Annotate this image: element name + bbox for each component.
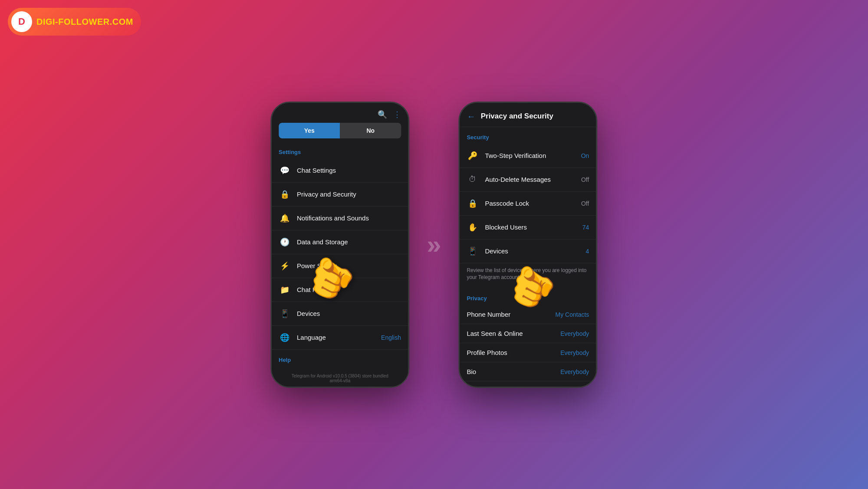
privacy-title: Privacy and Security: [481, 112, 553, 121]
phone-notch-right: [460, 103, 596, 106]
passcode-icon: 🔒: [467, 197, 479, 210]
logo-tld: .COM: [110, 17, 133, 26]
privacy-item-photos[interactable]: Profile Photos Everybody: [460, 343, 596, 362]
passcode-label: Passcode Lock: [485, 200, 575, 207]
settings-content: Settings 💬 Chat Settings 🔒 Privacy and S…: [272, 142, 408, 387]
chat-settings-icon: 💬: [279, 164, 291, 177]
language-label: Language: [297, 334, 375, 341]
folders-icon: 📁: [279, 284, 291, 296]
profile-photos-value: Everybody: [561, 349, 589, 356]
privacy-content: Security 🔑 Two-Step Verification On ⏱ Au…: [460, 127, 596, 388]
settings-item-devices[interactable]: 📱 Devices: [272, 302, 408, 326]
phone-notch-left: [272, 103, 408, 106]
passcode-value: Off: [581, 200, 589, 207]
power-saving-label: Power Saving: [297, 262, 401, 269]
two-step-value: On: [581, 152, 589, 159]
logo-icon: D: [11, 11, 32, 32]
privacy-item-forwarded[interactable]: Forwarded Messages Everybody: [460, 381, 596, 387]
chat-settings-label: Chat Settings: [297, 167, 401, 174]
privacy-item-autodelete[interactable]: ⏱ Auto-Delete Messages Off: [460, 168, 596, 192]
devices-note: Review the list of devices where you are…: [460, 263, 596, 289]
menu-icon[interactable]: ⋮: [393, 110, 401, 119]
privacy-icon: 🔒: [279, 188, 291, 200]
security-section-label: Security: [460, 127, 596, 144]
right-phone: ← Privacy and Security Security 🔑 Two-St…: [459, 102, 598, 388]
yes-button[interactable]: Yes: [279, 123, 340, 138]
settings-item-power[interactable]: ⚡ Power Saving: [272, 254, 408, 278]
phone-footer: Telegram for Android v10.0.5 (3804) stor…: [272, 370, 408, 387]
no-button[interactable]: No: [340, 123, 401, 138]
data-icon: 🕐: [279, 236, 291, 248]
two-step-label: Two-Step Verification: [485, 152, 575, 159]
phones-container: 🔍 ⋮ Yes No Settings 💬 Chat Settings 🔒 Pr…: [270, 102, 597, 388]
blocked-icon: ✋: [467, 221, 479, 233]
settings-item-privacy[interactable]: 🔒 Privacy and Security: [272, 183, 408, 207]
privacy-section-label: Privacy: [460, 288, 596, 305]
left-phone: 🔍 ⋮ Yes No Settings 💬 Chat Settings 🔒 Pr…: [270, 102, 409, 388]
privacy-header: ← Privacy and Security: [460, 106, 596, 127]
chat-folders-label: Chat Folders: [297, 286, 401, 293]
devices-value: 4: [586, 248, 589, 255]
profile-photos-label: Profile Photos: [467, 349, 555, 356]
notifications-label: Notifications and Sounds: [297, 214, 401, 222]
autodelete-value: Off: [581, 176, 589, 183]
language-icon: 🌐: [279, 331, 291, 344]
privacy-item-passcode[interactable]: 🔒 Passcode Lock Off: [460, 192, 596, 216]
devices-label-left: Devices: [297, 310, 401, 317]
privacy-item-devices[interactable]: 📱 Devices 4: [460, 240, 596, 263]
privacy-item-blocked[interactable]: ✋ Blocked Users 74: [460, 216, 596, 240]
forwarded-label: Forwarded Messages: [467, 387, 555, 387]
last-seen-label: Last Seen & Online: [467, 330, 555, 337]
autodelete-icon: ⏱: [467, 174, 479, 186]
settings-item-chat[interactable]: 💬 Chat Settings: [272, 159, 408, 183]
logo-text: DIGI-FOLLOWER.COM: [36, 17, 133, 27]
settings-item-folders[interactable]: 📁 Chat Folders: [272, 278, 408, 302]
settings-item-data[interactable]: 🕐 Data and Storage: [272, 230, 408, 254]
search-icon[interactable]: 🔍: [378, 110, 387, 119]
autodelete-label: Auto-Delete Messages: [485, 176, 575, 183]
footer-text: Telegram for Android v10.0.5 (3804) stor…: [292, 374, 388, 383]
settings-item-language[interactable]: 🌐 Language English: [272, 326, 408, 350]
privacy-item-phone[interactable]: Phone Number My Contacts: [460, 305, 596, 324]
privacy-item-two-step[interactable]: 🔑 Two-Step Verification On: [460, 144, 596, 168]
data-storage-label: Data and Storage: [297, 238, 401, 246]
help-section-label: Help: [272, 350, 408, 367]
back-button[interactable]: ←: [467, 112, 476, 121]
notifications-icon: 🔔: [279, 212, 291, 224]
logo-icon-text: D: [18, 16, 25, 27]
bio-label: Bio: [467, 368, 555, 375]
settings-section-label: Settings: [272, 142, 408, 159]
last-seen-value: Everybody: [561, 330, 589, 337]
two-step-icon: 🔑: [467, 150, 479, 162]
blocked-label: Blocked Users: [485, 223, 576, 231]
logo-badge: D DIGI-FOLLOWER.COM: [8, 8, 141, 36]
settings-item-notifications[interactable]: 🔔 Notifications and Sounds: [272, 207, 408, 230]
devices-icon-left: 📱: [279, 308, 291, 320]
privacy-security-label: Privacy and Security: [297, 190, 401, 198]
devices-icon-right: 📱: [467, 245, 479, 257]
logo-name: DIGI-FOLLOWER: [36, 17, 110, 26]
privacy-item-bio[interactable]: Bio Everybody: [460, 362, 596, 381]
bio-value: Everybody: [561, 368, 589, 375]
power-icon: ⚡: [279, 260, 291, 272]
privacy-item-lastseen[interactable]: Last Seen & Online Everybody: [460, 324, 596, 343]
forwarded-value: Everybody: [561, 387, 589, 388]
blocked-value: 74: [582, 224, 589, 231]
left-phone-header: 🔍 ⋮: [272, 106, 408, 123]
devices-label-right: Devices: [485, 247, 580, 255]
confirm-buttons: Yes No: [272, 123, 408, 142]
phone-number-label: Phone Number: [467, 311, 549, 318]
between-phones-arrow: »: [427, 230, 441, 259]
phone-number-value: My Contacts: [556, 311, 589, 318]
language-value: English: [381, 334, 401, 341]
